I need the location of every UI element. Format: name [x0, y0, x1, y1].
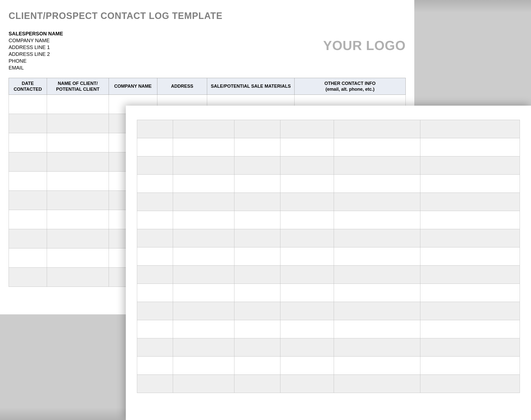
table-cell[interactable] [420, 193, 520, 211]
table-cell[interactable] [280, 156, 334, 175]
table-cell[interactable] [334, 156, 420, 175]
table-cell[interactable] [47, 114, 109, 133]
table-cell[interactable] [280, 211, 334, 229]
table-cell[interactable] [334, 247, 420, 266]
table-cell[interactable] [137, 193, 173, 211]
table-cell[interactable] [173, 193, 234, 211]
table-cell[interactable] [9, 229, 47, 248]
table-cell[interactable] [420, 120, 520, 138]
table-cell[interactable] [334, 175, 420, 193]
table-cell[interactable] [234, 193, 280, 211]
table-cell[interactable] [234, 120, 280, 138]
table-cell[interactable] [137, 284, 173, 302]
table-cell[interactable] [334, 193, 420, 211]
table-cell[interactable] [137, 138, 173, 156]
table-cell[interactable] [137, 156, 173, 175]
table-cell[interactable] [334, 338, 420, 357]
table-cell[interactable] [420, 320, 520, 338]
table-cell[interactable] [280, 193, 334, 211]
table-cell[interactable] [234, 266, 280, 284]
table-cell[interactable] [420, 284, 520, 302]
table-cell[interactable] [420, 302, 520, 320]
table-cell[interactable] [47, 133, 109, 152]
table-cell[interactable] [280, 138, 334, 156]
table-cell[interactable] [234, 357, 280, 375]
table-cell[interactable] [280, 120, 334, 138]
table-cell[interactable] [173, 284, 234, 302]
table-cell[interactable] [334, 302, 420, 320]
table-cell[interactable] [234, 302, 280, 320]
table-cell[interactable] [420, 138, 520, 156]
table-cell[interactable] [334, 284, 420, 302]
table-cell[interactable] [47, 172, 109, 191]
table-cell[interactable] [9, 95, 47, 114]
table-cell[interactable] [47, 248, 109, 268]
table-cell[interactable] [234, 156, 280, 175]
table-cell[interactable] [137, 375, 173, 393]
table-cell[interactable] [137, 302, 173, 320]
table-cell[interactable] [334, 266, 420, 284]
table-cell[interactable] [280, 247, 334, 266]
table-cell[interactable] [47, 95, 109, 114]
table-cell[interactable] [173, 375, 234, 393]
table-cell[interactable] [137, 357, 173, 375]
table-cell[interactable] [173, 247, 234, 266]
table-cell[interactable] [173, 302, 234, 320]
table-cell[interactable] [173, 320, 234, 338]
table-cell[interactable] [173, 229, 234, 247]
table-cell[interactable] [234, 375, 280, 393]
table-cell[interactable] [9, 114, 47, 133]
table-cell[interactable] [173, 266, 234, 284]
table-cell[interactable] [9, 152, 47, 172]
table-cell[interactable] [234, 138, 280, 156]
table-cell[interactable] [334, 211, 420, 229]
table-cell[interactable] [420, 338, 520, 357]
table-cell[interactable] [173, 138, 234, 156]
table-cell[interactable] [234, 211, 280, 229]
table-cell[interactable] [173, 211, 234, 229]
table-cell[interactable] [137, 320, 173, 338]
table-cell[interactable] [280, 284, 334, 302]
table-cell[interactable] [420, 229, 520, 247]
table-cell[interactable] [334, 375, 420, 393]
table-cell[interactable] [173, 338, 234, 357]
table-cell[interactable] [234, 338, 280, 357]
table-cell[interactable] [420, 211, 520, 229]
table-cell[interactable] [234, 247, 280, 266]
table-cell[interactable] [280, 338, 334, 357]
table-cell[interactable] [9, 210, 47, 229]
table-cell[interactable] [420, 156, 520, 175]
table-cell[interactable] [420, 247, 520, 266]
table-cell[interactable] [173, 175, 234, 193]
table-cell[interactable] [334, 357, 420, 375]
table-cell[interactable] [420, 357, 520, 375]
table-cell[interactable] [280, 375, 334, 393]
table-cell[interactable] [280, 302, 334, 320]
table-cell[interactable] [47, 229, 109, 248]
table-cell[interactable] [47, 210, 109, 229]
table-cell[interactable] [234, 175, 280, 193]
table-cell[interactable] [280, 229, 334, 247]
table-cell[interactable] [173, 357, 234, 375]
table-cell[interactable] [137, 266, 173, 284]
table-cell[interactable] [420, 175, 520, 193]
table-cell[interactable] [420, 266, 520, 284]
table-cell[interactable] [9, 191, 47, 210]
table-cell[interactable] [280, 357, 334, 375]
table-cell[interactable] [420, 375, 520, 393]
table-cell[interactable] [334, 229, 420, 247]
table-cell[interactable] [280, 175, 334, 193]
table-cell[interactable] [234, 284, 280, 302]
table-cell[interactable] [47, 191, 109, 210]
table-cell[interactable] [137, 229, 173, 247]
table-cell[interactable] [280, 320, 334, 338]
table-cell[interactable] [137, 175, 173, 193]
table-cell[interactable] [173, 120, 234, 138]
table-cell[interactable] [137, 338, 173, 357]
table-cell[interactable] [280, 266, 334, 284]
table-cell[interactable] [47, 152, 109, 172]
table-cell[interactable] [9, 172, 47, 191]
table-cell[interactable] [234, 320, 280, 338]
table-cell[interactable] [137, 211, 173, 229]
table-cell[interactable] [137, 247, 173, 266]
